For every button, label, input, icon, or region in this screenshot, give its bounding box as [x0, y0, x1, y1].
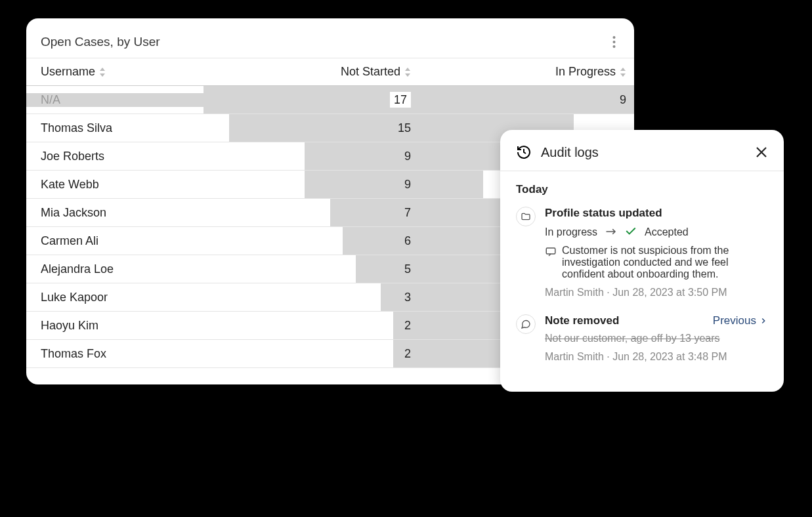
cell-username: Joe Roberts — [26, 150, 203, 163]
cell-username: Thomas Silva — [26, 121, 203, 135]
cell-username: Mia Jackson — [26, 206, 203, 220]
card-title: Open Cases, by User — [41, 35, 160, 49]
sort-icon — [620, 68, 626, 77]
arrow-right-icon — [605, 226, 617, 238]
cell-not-started: 5 — [203, 255, 419, 283]
col-header-label: Not Started — [341, 65, 400, 79]
audit-log-item: Note removedPreviousNot our customer, ag… — [516, 314, 768, 363]
sort-icon — [99, 68, 106, 77]
cell-username: Alejandra Loe — [26, 262, 203, 276]
check-icon — [625, 226, 637, 238]
audit-body: Today Profile status updatedIn progressA… — [500, 171, 784, 363]
card-header: Open Cases, by User — [26, 18, 634, 58]
col-header-label: Username — [41, 65, 95, 79]
svg-point-0 — [613, 36, 616, 39]
removed-note-text: Not our customer, age off by 13 years — [545, 333, 768, 344]
audit-title: Audit logs — [541, 145, 746, 160]
svg-rect-3 — [546, 248, 555, 254]
audit-logs-panel: Audit logs Today Profile status updatedI… — [500, 130, 784, 392]
log-title: Note removed — [545, 314, 619, 327]
log-title: Profile status updated — [545, 207, 662, 220]
cell-username: Haoyu Kim — [26, 319, 203, 333]
cell-not-started: 6 — [203, 227, 419, 255]
table-row[interactable]: N/A179 — [26, 86, 634, 114]
audit-section-label: Today — [516, 183, 768, 196]
cell-not-started: 15 — [203, 114, 419, 142]
cell-username: Carmen Ali — [26, 234, 203, 248]
close-icon — [755, 146, 768, 159]
message-icon — [516, 314, 536, 334]
cell-username: Thomas Fox — [26, 347, 203, 361]
col-header-label: In Progress — [555, 65, 616, 79]
status-from: In progress — [545, 226, 597, 238]
audit-log-item: Profile status updatedIn progressAccepte… — [516, 207, 768, 299]
svg-point-2 — [613, 45, 616, 48]
col-header-username[interactable]: Username — [26, 65, 203, 79]
cell-not-started: 3 — [203, 283, 419, 311]
svg-point-1 — [613, 41, 616, 43]
cell-in-progress: 9 — [419, 86, 634, 114]
cell-username: Kate Webb — [26, 178, 203, 192]
folder-icon — [516, 207, 536, 226]
table-header-row: Username Not Started In Progress — [26, 58, 634, 86]
col-header-in-progress[interactable]: In Progress — [419, 58, 634, 85]
comment-icon — [545, 246, 557, 280]
status-to: Accepted — [645, 226, 689, 238]
cell-username: Luke Kapoor — [26, 291, 203, 304]
close-button[interactable] — [755, 146, 768, 159]
log-note: Customer is not suspicious from the inve… — [545, 245, 768, 280]
cell-not-started: 9 — [203, 142, 419, 170]
cell-not-started: 2 — [203, 312, 419, 339]
log-content: Profile status updatedIn progressAccepte… — [545, 207, 768, 299]
cell-username: N/A — [26, 93, 203, 107]
cell-not-started: 7 — [203, 199, 419, 226]
status-transition: In progressAccepted — [545, 226, 768, 238]
audit-header: Audit logs — [500, 130, 784, 171]
chevron-right-icon — [759, 316, 768, 325]
kebab-icon — [612, 35, 616, 49]
cell-not-started: 2 — [203, 340, 419, 367]
log-meta: Martin Smith · Jun 28, 2023 at 3:48 PM — [545, 351, 768, 363]
cell-not-started: 9 — [203, 171, 419, 198]
history-icon — [516, 144, 532, 160]
log-content: Note removedPreviousNot our customer, ag… — [545, 314, 768, 363]
sort-icon — [404, 68, 411, 77]
card-menu-button[interactable] — [609, 31, 620, 52]
col-header-not-started[interactable]: Not Started — [203, 58, 419, 85]
log-meta: Martin Smith · Jun 28, 2023 at 3:50 PM — [545, 287, 768, 299]
cell-not-started: 17 — [203, 86, 419, 114]
previous-link[interactable]: Previous — [713, 314, 768, 327]
